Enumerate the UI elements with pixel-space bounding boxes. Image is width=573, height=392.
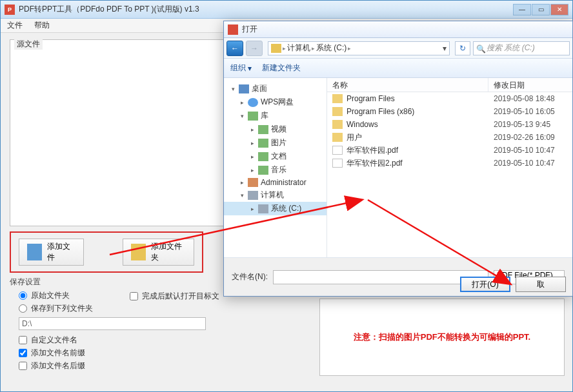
add-folder-button[interactable]: 添加文件夹 bbox=[123, 239, 194, 266]
file-date: 2019-05-10 16:05 bbox=[488, 105, 572, 118]
radio-custom-input[interactable] bbox=[19, 304, 27, 313]
breadcrumb[interactable]: ▸ 计算机 ▸ 系统 (C:) ▸ ▾ bbox=[268, 41, 450, 55]
search-input[interactable]: 🔍 搜索 系统 (C:) bbox=[473, 41, 570, 55]
open-button[interactable]: 打开(O) bbox=[460, 277, 510, 292]
dialog-title: 打开 bbox=[242, 24, 568, 35]
tree-libraries[interactable]: ▾库 bbox=[224, 109, 327, 122]
file-name: 华军软件园.pdf bbox=[347, 145, 398, 156]
breadcrumb-seg2[interactable]: 系统 (C:) bbox=[316, 43, 347, 54]
breadcrumb-icon bbox=[271, 44, 281, 53]
chevron-down-icon[interactable]: ▾ bbox=[443, 44, 447, 53]
tree-documents[interactable]: ▸文档 bbox=[224, 150, 327, 163]
file-row[interactable]: Program Files2019-05-08 18:48 bbox=[327, 92, 572, 105]
dialog-titlebar: 打开 bbox=[224, 21, 572, 38]
col-name-header[interactable]: 名称 bbox=[327, 78, 488, 92]
file-date: 2019-05-08 18:48 bbox=[488, 92, 572, 105]
add-file-label: 添加文件 bbox=[47, 241, 75, 263]
tree-computer[interactable]: ▾计算机 bbox=[224, 188, 327, 202]
tree-pane: ▾桌面 ▸WPS网盘 ▾库 ▸视频 ▸图片 ▸文档 ▸音乐 ▸Administr… bbox=[224, 78, 327, 257]
save-path-input[interactable] bbox=[19, 317, 206, 330]
folder-icon bbox=[332, 107, 343, 116]
filename-input[interactable] bbox=[273, 270, 488, 284]
add-folder-label: 添加文件夹 bbox=[151, 241, 186, 263]
chk-suffix-input[interactable] bbox=[19, 362, 27, 370]
chk-custom-name-input[interactable] bbox=[19, 336, 27, 344]
file-name: 华军软件园2.pdf bbox=[347, 158, 403, 169]
chk-open-after-input[interactable] bbox=[130, 292, 138, 300]
menu-file[interactable]: 文件 bbox=[7, 20, 23, 31]
chk-custom-name-label: 自定义文件名 bbox=[31, 335, 77, 346]
chevron-right-icon: ▸ bbox=[312, 45, 315, 52]
add-file-icon bbox=[27, 244, 42, 260]
chk-prefix-input[interactable] bbox=[19, 349, 27, 357]
check-open-after[interactable]: 完成后默认打开目标文 bbox=[130, 291, 219, 302]
chevron-right-icon: ▸ bbox=[348, 45, 351, 52]
dialog-nav: ← → ▸ 计算机 ▸ 系统 (C:) ▸ ▾ ↻ 🔍 搜索 系统 (C:) bbox=[224, 38, 572, 59]
file-list-header: 名称 修改日期 bbox=[327, 78, 572, 92]
chevron-down-icon: ▾ bbox=[248, 64, 252, 73]
radio-custom-label: 保存到下列文件夹 bbox=[31, 303, 93, 314]
maximize-button[interactable]: ▭ bbox=[532, 4, 550, 15]
file-name: Program Files bbox=[347, 94, 395, 103]
chevron-right-icon: ▸ bbox=[283, 45, 286, 52]
search-icon: 🔍 bbox=[476, 44, 484, 52]
folder-icon bbox=[332, 94, 343, 103]
main-titlebar: P PDF转PPT工具（PDFdo PDF To PPT )(试用版) v1.3… bbox=[1, 1, 572, 19]
chk-suffix-label: 添加文件名后缀 bbox=[31, 360, 85, 371]
app-title: PDF转PPT工具（PDFdo PDF To PPT )(试用版) v1.3 bbox=[19, 4, 513, 15]
file-date: 2019-05-10 10:47 bbox=[488, 157, 572, 170]
cancel-button[interactable]: 取 bbox=[516, 277, 566, 292]
tree-desktop[interactable]: ▾桌面 bbox=[224, 82, 327, 95]
tree-admin[interactable]: ▸Administrator bbox=[224, 177, 327, 188]
add-button-row: 添加文件 添加文件夹 bbox=[10, 231, 203, 273]
file-icon bbox=[332, 159, 343, 168]
col-date-header[interactable]: 修改日期 bbox=[488, 78, 572, 92]
tree-system-c[interactable]: ▸系统 (C:) bbox=[224, 202, 327, 215]
folder-icon bbox=[332, 120, 343, 129]
file-date: 2019-02-26 16:09 bbox=[488, 131, 572, 144]
file-row[interactable]: Windows2019-05-13 9:45 bbox=[327, 118, 572, 131]
file-icon bbox=[332, 146, 343, 155]
refresh-button[interactable]: ↻ bbox=[455, 41, 470, 55]
file-name: 用户 bbox=[347, 132, 362, 143]
nav-back-button[interactable]: ← bbox=[226, 41, 243, 56]
file-row[interactable]: 华军软件园2.pdf2019-05-10 10:47 bbox=[327, 157, 572, 170]
filename-label: 文件名(N): bbox=[232, 271, 268, 282]
source-group-label: 源文件 bbox=[14, 39, 43, 50]
radio-original-input[interactable] bbox=[19, 291, 27, 300]
warning-text: 注意：扫描的图片PDF不能转换为可编辑的PPT. bbox=[354, 331, 530, 343]
add-file-button[interactable]: 添加文件 bbox=[19, 239, 84, 266]
radio-original-label: 原始文件夹 bbox=[31, 290, 70, 301]
warning-box: 注意：扫描的图片PDF不能转换为可编辑的PPT. bbox=[319, 299, 565, 376]
breadcrumb-seg1[interactable]: 计算机 bbox=[287, 43, 310, 54]
file-pane: 名称 修改日期 Program Files2019-05-08 18:48Pro… bbox=[327, 78, 572, 257]
chk-open-after-label: 完成后默认打开目标文 bbox=[142, 291, 219, 302]
file-name: Windows bbox=[347, 120, 378, 129]
file-row[interactable]: 华军软件园.pdf2019-05-10 10:47 bbox=[327, 144, 572, 157]
file-name: Program Files (x86) bbox=[347, 107, 414, 116]
dialog-toolbar: 组织 ▾ 新建文件夹 bbox=[224, 59, 572, 78]
close-button[interactable]: ✕ bbox=[550, 4, 568, 15]
menu-help[interactable]: 帮助 bbox=[34, 20, 50, 31]
nav-forward-button[interactable]: → bbox=[246, 41, 263, 56]
file-row[interactable]: 用户2019-02-26 16:09 bbox=[327, 131, 572, 144]
tree-wps[interactable]: ▸WPS网盘 bbox=[224, 95, 327, 109]
open-dialog: 打开 ← → ▸ 计算机 ▸ 系统 (C:) ▸ ▾ ↻ 🔍 搜索 系统 (C:… bbox=[223, 21, 573, 297]
dialog-icon bbox=[228, 24, 238, 35]
app-icon: P bbox=[5, 5, 15, 15]
chk-prefix-label: 添加文件名前缀 bbox=[31, 348, 85, 358]
file-date: 2019-05-10 10:47 bbox=[488, 144, 572, 157]
file-row[interactable]: Program Files (x86)2019-05-10 16:05 bbox=[327, 105, 572, 118]
folder-icon bbox=[332, 133, 343, 142]
add-folder-icon bbox=[131, 244, 146, 260]
tree-pictures[interactable]: ▸图片 bbox=[224, 136, 327, 150]
new-folder-button[interactable]: 新建文件夹 bbox=[262, 63, 301, 74]
tree-music[interactable]: ▸音乐 bbox=[224, 163, 327, 177]
minimize-button[interactable]: — bbox=[513, 4, 531, 15]
search-placeholder: 搜索 系统 (C:) bbox=[487, 43, 535, 54]
file-date: 2019-05-13 9:45 bbox=[488, 118, 572, 131]
dialog-body: ▾桌面 ▸WPS网盘 ▾库 ▸视频 ▸图片 ▸文档 ▸音乐 ▸Administr… bbox=[224, 78, 572, 257]
organize-button[interactable]: 组织 ▾ bbox=[230, 63, 252, 74]
tree-videos[interactable]: ▸视频 bbox=[224, 122, 327, 136]
